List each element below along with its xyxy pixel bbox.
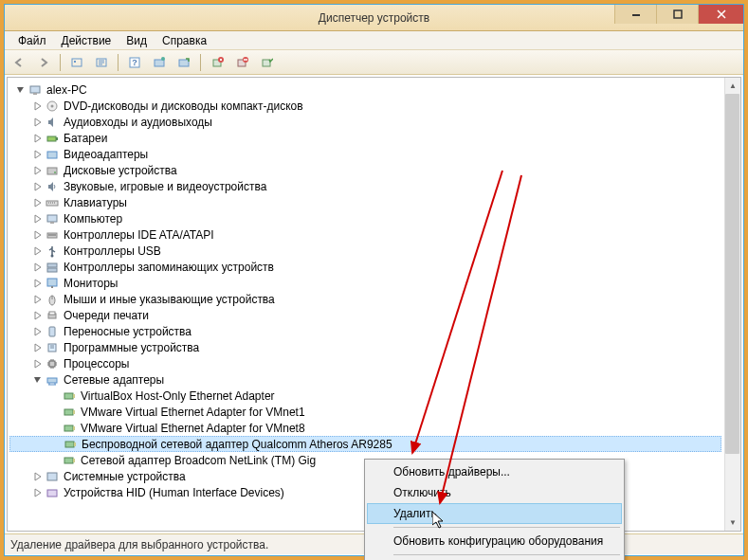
toolbar-uninstall-button[interactable] — [207, 52, 228, 73]
context-menu-item[interactable]: Удалить — [367, 503, 622, 524]
toolbar-back-button[interactable] — [9, 52, 29, 73]
tree-device[interactable]: VMware Virtual Ethernet Adapter for VMne… — [9, 420, 721, 436]
expand-icon[interactable] — [32, 149, 44, 160]
toolbar-enable-button[interactable] — [256, 52, 277, 73]
context-menu-item-label: Отключить — [393, 486, 451, 499]
toolbar-show-hidden-button[interactable] — [66, 52, 87, 73]
scroll-thumb[interactable] — [725, 94, 739, 454]
context-menu-item[interactable]: Обновить драйверы... — [367, 461, 622, 482]
minimize-button[interactable] — [614, 5, 656, 24]
svg-rect-1 — [674, 10, 682, 18]
svg-rect-26 — [50, 222, 54, 224]
expand-icon[interactable] — [32, 262, 44, 273]
expand-icon[interactable] — [32, 358, 44, 370]
expand-icon[interactable] — [32, 213, 44, 225]
tree-category-network[interactable]: Сетевые адаптеры — [9, 371, 721, 388]
collapse-icon[interactable] — [32, 374, 44, 386]
tree-category[interactable]: Батареи — [9, 130, 721, 146]
expand-icon[interactable] — [32, 165, 44, 176]
toolbar-scan-button[interactable] — [149, 52, 170, 73]
tree-category[interactable]: Компьютер — [9, 210, 721, 226]
tree-device[interactable]: VMware Virtual Ethernet Adapter for VMne… — [9, 404, 721, 420]
context-menu-item[interactable]: Обновить конфигурацию оборудования — [367, 531, 622, 551]
toolbar-disable-button[interactable] — [231, 52, 252, 73]
tree-category-label: Видеоадаптеры — [64, 148, 148, 161]
svg-rect-0 — [632, 14, 640, 16]
tree-category-label: Компьютер — [64, 212, 122, 226]
tree-category[interactable]: Дисковые устройства — [9, 162, 721, 178]
tree-device-label: VMware Virtual Ethernet Adapter for VMne… — [81, 406, 305, 419]
maximize-button[interactable] — [656, 5, 698, 24]
tree-category-label: Переносные устройства — [64, 325, 192, 338]
expand-icon[interactable] — [32, 197, 44, 208]
expand-icon[interactable] — [32, 117, 44, 128]
tree-category[interactable]: Клавиатуры — [9, 194, 721, 210]
tree-category-label: Контроллеры USB — [64, 244, 161, 258]
expand-icon[interactable] — [32, 133, 44, 144]
toolbar-help-button[interactable]: ? — [124, 52, 145, 73]
tree-category[interactable]: Очереди печати — [9, 307, 721, 323]
software-icon — [45, 340, 60, 355]
tree-category[interactable]: Программные устройства — [9, 339, 721, 355]
tree-category-label: Контроллеры IDE ATA/ATAPI — [64, 228, 214, 242]
expand-icon[interactable] — [32, 294, 44, 305]
tree-category[interactable]: Контроллеры USB — [9, 243, 721, 259]
svg-rect-2 — [72, 59, 82, 66]
collapse-icon[interactable] — [15, 84, 27, 96]
tree-device-label: Беспроводной сетевой адаптер Qualcomm At… — [82, 438, 392, 451]
tree-category[interactable]: Мыши и иные указывающие устройства — [9, 291, 721, 307]
svg-rect-16 — [33, 93, 37, 95]
tree-category[interactable]: Мониторы — [9, 275, 721, 291]
tree-device[interactable]: Беспроводной сетевой адаптер Qualcomm At… — [9, 436, 721, 452]
scroll-down-button[interactable]: ▼ — [725, 515, 740, 531]
nic-icon — [62, 421, 77, 436]
tree-device-label: VirtualBox Host-Only Ethernet Adapter — [81, 389, 275, 403]
tree-category[interactable]: Аудиовходы и аудиовыходы — [9, 114, 721, 130]
toolbar-update-button[interactable] — [173, 52, 194, 73]
tree-category[interactable]: Переносные устройства — [9, 323, 721, 339]
tree-category-label: Процессоры — [64, 357, 130, 370]
tree-category[interactable]: Видеоадаптеры — [9, 146, 721, 162]
toolbar-properties-button[interactable] — [91, 52, 112, 73]
tree-category-label: Контроллеры запоминающих устройств — [64, 261, 274, 274]
tree-category[interactable]: Звуковые, игровые и видеоустройства — [9, 178, 721, 194]
scroll-up-button[interactable]: ▲ — [725, 78, 740, 94]
expand-icon[interactable] — [32, 326, 44, 337]
menu-view[interactable]: Вид — [119, 32, 155, 49]
close-button[interactable] — [698, 5, 743, 24]
expand-icon[interactable] — [32, 310, 44, 321]
context-menu-item[interactable]: Отключить — [367, 482, 622, 503]
tree-root[interactable]: alex-PC — [9, 81, 721, 98]
menu-file[interactable]: Файл — [10, 32, 54, 49]
tree-category-label: Клавиатуры — [64, 196, 127, 209]
svg-rect-35 — [49, 312, 55, 315]
context-menu[interactable]: Обновить драйверы...ОтключитьУдалитьОбно… — [364, 459, 625, 560]
expand-icon[interactable] — [32, 471, 44, 482]
vertical-scrollbar[interactable]: ▲ ▼ — [724, 78, 740, 531]
context-menu-separator — [393, 554, 620, 555]
expand-icon[interactable] — [32, 487, 44, 498]
menu-action[interactable]: Действие — [54, 32, 119, 49]
expand-icon[interactable] — [32, 342, 44, 353]
tree-device[interactable]: VirtualBox Host-Only Ethernet Adapter — [9, 388, 721, 404]
svg-rect-40 — [64, 393, 73, 399]
svg-rect-30 — [47, 268, 57, 272]
expand-icon[interactable] — [32, 278, 44, 289]
titlebar[interactable]: Диспетчер устройств — [5, 5, 743, 31]
svg-rect-20 — [56, 137, 58, 140]
svg-rect-42 — [64, 409, 73, 415]
tree-category[interactable]: Контроллеры IDE ATA/ATAPI — [9, 226, 721, 243]
toolbar-forward-button[interactable] — [33, 52, 54, 73]
tree-category[interactable]: Контроллеры запоминающих устройств — [9, 259, 721, 275]
tree-category[interactable]: DVD-дисководы и дисководы компакт-дисков — [9, 98, 721, 114]
tree-category[interactable]: Процессоры — [9, 355, 721, 371]
expand-icon[interactable] — [32, 100, 44, 112]
tree-category-label: Дисковые устройства — [64, 164, 177, 177]
toolbar-separator — [118, 54, 119, 71]
svg-rect-50 — [47, 473, 57, 480]
menu-help[interactable]: Справка — [155, 32, 214, 49]
expand-icon[interactable] — [32, 245, 44, 257]
tree-device-label: VMware Virtual Ethernet Adapter for VMne… — [81, 422, 305, 435]
expand-icon[interactable] — [32, 181, 44, 192]
expand-icon[interactable] — [32, 229, 44, 241]
